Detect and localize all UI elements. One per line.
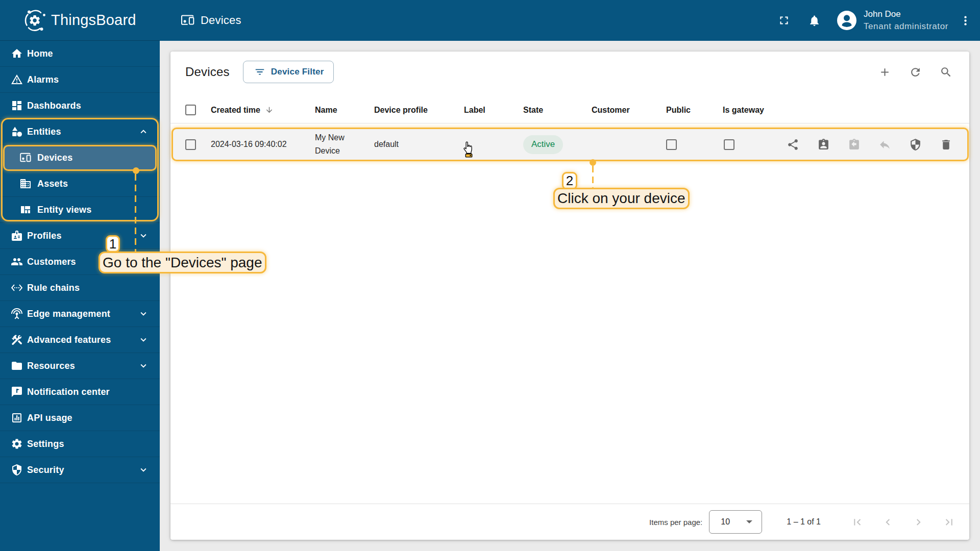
cell-created-time: 2024-03-16 09:40:02 xyxy=(211,140,315,149)
sidebar-item-label: Entity views xyxy=(37,205,91,215)
fullscreen-icon[interactable] xyxy=(777,14,791,27)
first-page-button[interactable] xyxy=(851,516,864,529)
cell-device-profile: default xyxy=(374,140,464,149)
user-role: Tenant administrator xyxy=(864,20,948,33)
add-device-button[interactable] xyxy=(878,66,891,79)
assign-to-customer-icon[interactable] xyxy=(817,138,830,151)
make-private-icon[interactable] xyxy=(878,138,891,151)
sidebar-item-label: Settings xyxy=(27,439,64,449)
column-header-state[interactable]: State xyxy=(523,106,592,115)
sidebar-item-label: Devices xyxy=(37,153,72,163)
content-area: Devices Device Filter Created time Name … xyxy=(160,41,980,551)
chevron-down-icon xyxy=(138,308,149,319)
next-page-button[interactable] xyxy=(912,516,925,529)
sidebar-item-entities[interactable]: Entities xyxy=(0,119,160,145)
unassign-from-customer-icon[interactable] xyxy=(848,138,861,151)
sidebar-item-home[interactable]: Home xyxy=(0,41,160,67)
table-header: Created time Name Device profile Label S… xyxy=(170,97,969,123)
sidebar-item-notification-center[interactable]: Notification center xyxy=(0,379,160,405)
public-checkbox[interactable] xyxy=(666,139,677,150)
sidebar-item-label: Assets xyxy=(37,179,68,189)
column-header-created-time[interactable]: Created time xyxy=(211,106,315,115)
devices-card: Devices Device Filter Created time Name … xyxy=(170,52,969,540)
chevron-up-icon xyxy=(138,126,149,137)
table-row[interactable]: 2024-03-16 09:40:02 My New Device defaul… xyxy=(172,128,969,161)
devices-icon xyxy=(19,152,32,164)
sidebar-item-label: Dashboards xyxy=(27,101,81,111)
sidebar: ThingsBoard HomeAlarmsDashboardsEntities… xyxy=(0,0,160,551)
make-public-icon[interactable] xyxy=(787,138,799,151)
select-all-checkbox[interactable] xyxy=(185,105,196,115)
sidebar-item-label: Security xyxy=(27,465,64,475)
manage-credentials-icon[interactable] xyxy=(909,138,922,151)
profiles-badge-icon xyxy=(11,230,23,242)
sidebar-item-alarms[interactable]: Alarms xyxy=(0,67,160,93)
customers-people-icon xyxy=(11,256,23,268)
refresh-button[interactable] xyxy=(909,66,922,79)
sidebar-item-settings[interactable]: Settings xyxy=(0,431,160,457)
sidebar-item-dashboards[interactable]: Dashboards xyxy=(0,93,160,119)
search-button[interactable] xyxy=(940,66,952,79)
app-title: ThingsBoard xyxy=(51,12,136,29)
gateway-checkbox[interactable] xyxy=(724,139,734,150)
filter-icon xyxy=(254,66,265,78)
home-icon xyxy=(11,47,23,60)
sidebar-item-assets[interactable]: Assets xyxy=(0,171,160,197)
security-shield-icon xyxy=(11,464,23,476)
previous-page-button[interactable] xyxy=(881,516,894,529)
sidebar-item-edge-management[interactable]: Edge management xyxy=(0,301,160,327)
thingsboard-logo-icon xyxy=(22,8,47,33)
advanced-tools-icon xyxy=(11,334,23,346)
sidebar-item-devices[interactable]: Devices xyxy=(3,145,157,171)
notifications-bell-icon[interactable] xyxy=(808,14,821,27)
column-header-customer[interactable]: Customer xyxy=(592,106,666,115)
card-title: Devices xyxy=(185,65,230,79)
sidebar-item-label: Entities xyxy=(27,127,61,137)
row-actions xyxy=(778,138,967,151)
last-page-button[interactable] xyxy=(943,516,955,529)
device-filter-button[interactable]: Device Filter xyxy=(243,61,334,83)
user-name: John Doe xyxy=(864,8,948,20)
column-header-device-profile[interactable]: Device profile xyxy=(374,106,464,115)
select-dropdown-icon xyxy=(746,520,752,523)
chevron-down-icon xyxy=(138,360,149,371)
cell-name: My New Device xyxy=(315,131,374,158)
entities-shapes-icon xyxy=(11,126,23,138)
notification-message-icon xyxy=(11,386,23,398)
cell-state: Active xyxy=(523,135,592,154)
sidebar-item-label: Customers xyxy=(27,257,76,267)
delete-device-icon[interactable] xyxy=(940,138,952,151)
sidebar-item-customers[interactable]: Customers xyxy=(0,249,160,275)
sidebar-item-profiles[interactable]: Profiles xyxy=(0,223,160,249)
avatar[interactable] xyxy=(837,10,857,31)
column-header-name[interactable]: Name xyxy=(315,106,374,115)
sidebar-item-advanced-features[interactable]: Advanced features xyxy=(0,327,160,353)
sort-desc-icon xyxy=(265,106,274,114)
logo[interactable]: ThingsBoard xyxy=(0,0,160,41)
user-info[interactable]: John Doe Tenant administrator xyxy=(864,8,948,33)
sidebar-item-resources[interactable]: Resources xyxy=(0,353,160,379)
entity-views-icon xyxy=(19,204,32,216)
alarm-warning-icon xyxy=(11,73,23,86)
column-header-public[interactable]: Public xyxy=(666,106,723,115)
resources-folder-icon xyxy=(11,360,23,372)
sidebar-menu: HomeAlarmsDashboardsEntitiesDevicesAsset… xyxy=(0,41,160,483)
sidebar-item-entity-views[interactable]: Entity views xyxy=(0,197,160,223)
column-header-is-gateway[interactable]: Is gateway xyxy=(723,106,778,115)
sidebar-item-rule-chains[interactable]: Rule chains xyxy=(0,275,160,301)
rule-chains-icon xyxy=(11,282,23,294)
more-menu-icon[interactable] xyxy=(959,14,972,27)
items-per-page-select[interactable]: 10 xyxy=(709,510,762,534)
column-header-label[interactable]: Label xyxy=(464,106,523,115)
sidebar-item-label: Home xyxy=(27,48,53,59)
chevron-down-icon xyxy=(138,230,149,241)
state-active-chip: Active xyxy=(523,135,563,154)
sidebar-item-api-usage[interactable]: API usage xyxy=(0,405,160,431)
pagination-range: 1 – 1 of 1 xyxy=(787,517,821,527)
sidebar-item-label: Advanced features xyxy=(27,335,111,345)
page-title: Devices xyxy=(201,14,241,27)
items-per-page-label: Items per page: xyxy=(649,518,702,527)
devices-page-icon xyxy=(180,14,195,27)
sidebar-item-security[interactable]: Security xyxy=(0,457,160,483)
row-checkbox[interactable] xyxy=(185,139,196,150)
